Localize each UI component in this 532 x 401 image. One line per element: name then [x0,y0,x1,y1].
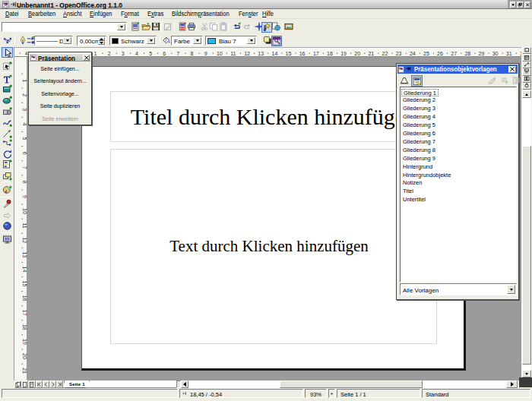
svg-text:3: 3 [22,108,27,111]
svg-text:21: 21 [368,51,374,56]
svg-text:4: 4 [135,51,138,56]
svg-text:31: 31 [506,51,512,56]
svg-text:14: 14 [22,267,27,273]
svg-text:14: 14 [272,51,278,56]
svg-text:29: 29 [479,51,485,56]
svg-text:20: 20 [22,353,27,359]
svg-text:7: 7 [22,166,27,169]
svg-text:16: 16 [22,295,27,302]
svg-text:4: 4 [22,122,27,125]
svg-text:8: 8 [22,181,27,184]
svg-text:27: 27 [451,51,457,56]
svg-text:25: 25 [423,51,429,56]
svg-text:18: 18 [327,51,333,56]
svg-text:5: 5 [22,137,27,141]
svg-text:26: 26 [437,51,443,56]
svg-text:21: 21 [22,368,27,374]
svg-text:11: 11 [230,51,236,56]
svg-text:13: 13 [258,51,264,56]
svg-text:22: 22 [382,51,388,56]
svg-text:13: 13 [22,251,27,257]
svg-text:8: 8 [191,51,194,56]
svg-text:12: 12 [22,237,27,243]
svg-text:30: 30 [492,51,499,56]
svg-text:17: 17 [22,310,27,316]
svg-text:1: 1 [94,51,97,56]
svg-text:7: 7 [176,51,179,56]
svg-text:2: 2 [22,93,27,96]
svg-text:16: 16 [299,51,306,56]
svg-text:23: 23 [396,51,402,56]
svg-text:10: 10 [22,208,27,214]
svg-text:5: 5 [149,51,152,56]
svg-text:9: 9 [204,51,207,56]
svg-text:2: 2 [108,51,111,56]
svg-text:28: 28 [464,51,470,56]
svg-text:1: 1 [22,79,27,82]
svg-text:11: 11 [22,223,27,228]
svg-text:20: 20 [354,51,360,56]
svg-text:10: 10 [217,51,223,56]
svg-text:24: 24 [410,51,416,56]
svg-text:3: 3 [122,51,125,56]
svg-text:6: 6 [22,152,27,155]
svg-text:17: 17 [313,51,319,56]
svg-text:19: 19 [340,51,347,56]
svg-text:12: 12 [244,51,250,56]
svg-text:9: 9 [22,195,27,198]
svg-text:15: 15 [22,281,27,287]
svg-text:15: 15 [286,51,292,56]
svg-text:18: 18 [22,324,27,330]
svg-text:6: 6 [163,51,166,56]
svg-text:19: 19 [22,339,27,345]
